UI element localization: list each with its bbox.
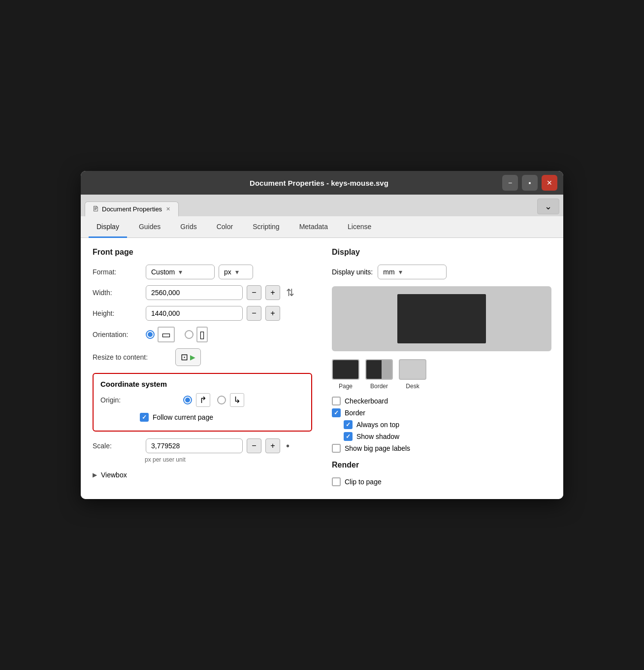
tab-color[interactable]: Color <box>209 217 241 238</box>
always-on-top-row: Always on top <box>344 420 551 429</box>
show-shadow-checkbox[interactable] <box>344 432 353 441</box>
width-input[interactable] <box>146 285 243 300</box>
tab-icon: 🖹 <box>92 205 99 213</box>
tab-dropdown-button[interactable]: ⌄ <box>537 199 559 214</box>
height-label: Height: <box>93 309 142 317</box>
origin-bottom-left-radio[interactable] <box>217 396 226 404</box>
checkerboard-label: Checkerboard <box>345 397 388 405</box>
format-label: Format: <box>93 268 142 276</box>
resize-row: Resize to content: ⊡ ▶ <box>93 348 312 366</box>
tab-grids[interactable]: Grids <box>172 217 204 238</box>
format-row: Format: Custom ▾ px ▾ <box>93 265 312 279</box>
border-row: Border <box>332 408 551 417</box>
scale-label: Scale: <box>93 442 142 450</box>
clip-to-page-label: Clip to page <box>345 478 382 486</box>
minimize-button[interactable]: − <box>502 175 518 191</box>
resize-icon: ⊡ <box>181 352 188 363</box>
orientation-label: Orientation: <box>93 331 142 338</box>
tab-metadata[interactable]: Metadata <box>291 217 336 238</box>
clip-to-page-row: Clip to page <box>332 477 551 486</box>
tab-display[interactable]: Display <box>89 217 127 238</box>
origin-label: Origin: <box>100 396 150 404</box>
scale-dot-icon[interactable]: • <box>286 440 290 452</box>
page-mode-page[interactable]: Page <box>332 359 359 390</box>
titlebar: Document Properties - keys-mouse.svg − ▪… <box>81 171 563 195</box>
display-units-select[interactable]: mm ▾ <box>378 265 447 279</box>
checkerboard-row: Checkerboard <box>332 397 551 405</box>
format-value: Custom <box>151 268 175 276</box>
swap-icon[interactable]: ⇅ <box>286 287 294 299</box>
orientation-landscape-group: ▭ <box>146 327 175 342</box>
page-mode-label-border: Border <box>370 383 388 390</box>
border-checkbox[interactable] <box>332 408 341 417</box>
viewbox-arrow-icon: ▶ <box>93 471 97 478</box>
format-select[interactable]: Custom ▾ <box>146 265 215 279</box>
tab-license[interactable]: License <box>340 217 379 238</box>
height-increment-button[interactable]: + <box>265 306 280 321</box>
portrait-icon[interactable]: ▯ <box>196 327 208 342</box>
show-big-labels-checkbox[interactable] <box>332 444 341 453</box>
border-thumb <box>365 359 393 380</box>
width-decrement-button[interactable]: − <box>247 285 261 300</box>
page-mode-label-desk: Desk <box>406 383 419 390</box>
show-big-labels-row: Show big page labels <box>332 444 551 453</box>
viewbox-label: Viewbox <box>101 471 127 479</box>
scale-increment-button[interactable]: + <box>265 438 280 453</box>
height-decrement-button[interactable]: − <box>247 306 261 321</box>
clip-to-page-checkbox[interactable] <box>332 477 341 486</box>
follow-page-label: Follow current page <box>153 413 213 421</box>
origin-row: Origin: ↱ ↳ <box>100 393 304 407</box>
format-arrow-icon: ▾ <box>179 268 182 276</box>
orientation-portrait-radio[interactable] <box>185 330 193 339</box>
left-panel: Front page Format: Custom ▾ px ▾ Width: … <box>93 248 327 489</box>
width-label: Width: <box>93 289 142 297</box>
document-properties-window: Document Properties - keys-mouse.svg − ▪… <box>81 171 563 499</box>
tab-bar: 🖹 Document Properties ✕ ⌄ <box>81 195 563 216</box>
height-input[interactable] <box>146 306 243 321</box>
show-shadow-row: Show shadow <box>344 432 551 441</box>
display-units-row: Display units: mm ▾ <box>332 265 551 279</box>
checkerboard-checkbox[interactable] <box>332 397 341 405</box>
resize-arrow-icon: ▶ <box>190 353 195 361</box>
document-properties-tab[interactable]: 🖹 Document Properties ✕ <box>85 201 179 217</box>
follow-page-checkbox[interactable] <box>140 413 149 422</box>
resize-to-content-button[interactable]: ⊡ ▶ <box>175 348 201 366</box>
show-big-labels-label: Show big page labels <box>345 444 410 452</box>
page-thumb <box>332 359 359 380</box>
page-mode-desk[interactable]: Desk <box>399 359 426 390</box>
close-button[interactable]: ✕ <box>542 175 557 191</box>
tab-scripting[interactable]: Scripting <box>245 217 287 238</box>
tab-guides[interactable]: Guides <box>131 217 168 238</box>
render-section: Render Clip to page <box>332 461 551 486</box>
always-on-top-label: Always on top <box>356 421 399 429</box>
landscape-icon[interactable]: ▭ <box>158 327 175 342</box>
viewbox-row[interactable]: ▶ Viewbox <box>93 468 312 482</box>
display-title: Display <box>332 248 551 257</box>
scale-unit-label: px per user unit <box>145 456 312 463</box>
display-units-value: mm <box>383 268 394 276</box>
tab-label: Document Properties <box>102 205 162 213</box>
maximize-button[interactable]: ▪ <box>522 175 538 191</box>
width-increment-button[interactable]: + <box>265 285 280 300</box>
show-shadow-label: Show shadow <box>356 433 399 440</box>
orientation-portrait-group: ▯ <box>185 327 208 342</box>
origin-top-left-radio[interactable] <box>183 396 192 404</box>
display-units-arrow-icon: ▾ <box>399 268 402 276</box>
orientation-landscape-radio[interactable] <box>146 330 155 339</box>
scale-input[interactable] <box>146 438 243 453</box>
window-controls: − ▪ ✕ <box>502 175 557 191</box>
origin-bottom-left-icon[interactable]: ↳ <box>230 393 244 407</box>
page-mode-label-page: Page <box>339 383 353 390</box>
origin-top-left-icon[interactable]: ↱ <box>196 393 210 407</box>
display-units-label: Display units: <box>332 268 373 276</box>
always-on-top-checkbox[interactable] <box>344 420 353 429</box>
scale-row: Scale: − + • <box>93 438 312 453</box>
resize-label: Resize to content: <box>93 353 171 361</box>
scale-decrement-button[interactable]: − <box>247 438 261 453</box>
tab-close-icon[interactable]: ✕ <box>165 206 171 212</box>
page-mode-border[interactable]: Border <box>365 359 393 390</box>
orientation-row: Orientation: ▭ ▯ <box>93 327 312 342</box>
content-area: Front page Format: Custom ▾ px ▾ Width: … <box>81 238 563 499</box>
display-preview <box>332 286 551 351</box>
unit-select[interactable]: px ▾ <box>219 265 253 279</box>
